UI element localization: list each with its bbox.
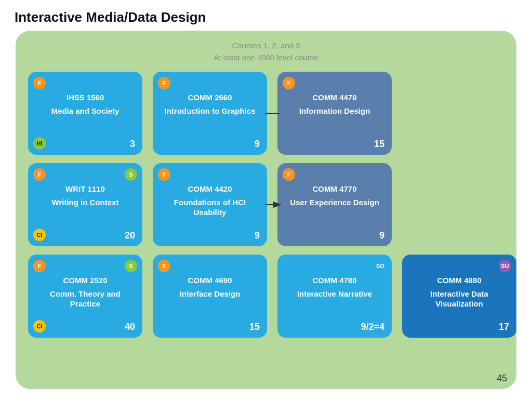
badge-ci-comm2520: CI	[33, 320, 46, 332]
course-box-comm4880: SUCOMM 4880Interactive Data Visualizatio…	[402, 255, 516, 338]
course-title-comm2520: Comm. Theory and Practice	[34, 289, 136, 309]
course-number-comm4420: COMM 4420	[159, 184, 261, 194]
course-title-comm4420: Foundations of HCI Usability	[159, 197, 261, 218]
badge-f-comm2520: F	[33, 260, 46, 272]
course-box-comm4780: SOCOMM 4780Interactive Narrative9/2=4	[277, 255, 392, 338]
badge-f-comm4770: F	[283, 168, 295, 181]
course-box-comm2520: FSCICOMM 2520Comm. Theory and Practice40	[28, 255, 142, 338]
course-title-comm4780: Interactive Narrative	[284, 289, 385, 299]
course-number-writ1110: WRIT 1110	[34, 184, 136, 194]
course-count-comm4780: 9/2=4	[361, 322, 384, 332]
course-count-ihss1560: 3	[130, 139, 135, 150]
course-number-comm4770: COMM 4770	[284, 184, 385, 194]
subtitle: Courses 1, 2, and 3 At least one 4000 le…	[28, 40, 504, 63]
course-title-comm4880: Interactive Data Visualization	[408, 289, 510, 309]
course-number-comm4780: COMM 4780	[284, 275, 385, 286]
course-box-comm4420: FCOMM 4420Foundations of HCI Usability9	[153, 163, 267, 246]
badge-f-comm4470: F	[283, 77, 295, 89]
course-title-writ1110: Writing in Context	[34, 197, 136, 208]
course-box-comm4690: FCOMM 4690Interface Design15	[153, 255, 267, 338]
course-title-comm4470: Information Design	[284, 106, 385, 116]
course-count-comm4690: 15	[249, 322, 260, 332]
badge-f-comm2660: F	[158, 77, 170, 89]
badge-f-ihss1560: F	[33, 77, 46, 89]
course-number-comm4880: COMM 4880	[408, 275, 510, 286]
course-title-comm2660: Introduction to Graphics	[159, 106, 261, 116]
badge-f-comm4420: F	[158, 168, 170, 181]
page-title: Interactive Media/Data Design	[0, 0, 532, 31]
badge-so-comm4780: SO	[374, 260, 387, 272]
badge-s-comm2520: S	[125, 260, 137, 272]
course-count-comm4420: 9	[255, 230, 260, 241]
course-number-ihss1560: IHSS 1560	[34, 92, 136, 103]
badge-ci-writ1110: CI	[33, 229, 46, 241]
course-count-comm2520: 40	[125, 322, 135, 332]
course-title-comm4770: User Experience Design	[284, 197, 385, 208]
course-box-writ1110: FSCIWRIT 1110Writing in Context20	[28, 163, 142, 246]
course-number-comm2660: COMM 2660	[159, 92, 261, 103]
course-box-comm4470: FCOMM 4470Information Design15	[277, 72, 392, 155]
course-count-comm2660: 9	[255, 139, 260, 150]
badge-su-comm4880: SU	[499, 260, 511, 272]
course-number-comm4470: COMM 4470	[284, 92, 385, 103]
page-number: 45	[497, 373, 507, 384]
course-count-comm4880: 17	[499, 322, 509, 332]
badge-f-writ1110: F	[33, 168, 46, 181]
course-title-comm4690: Interface Design	[159, 289, 261, 299]
course-title-ihss1560: Media and Society	[34, 106, 136, 116]
course-number-comm4690: COMM 4690	[159, 275, 261, 286]
course-box-ihss1560: FHIIHSS 1560Media and Society3	[28, 72, 142, 155]
badge-hi-ihss1560: HI	[33, 137, 46, 150]
badge-s-writ1110: S	[125, 168, 137, 181]
course-box-comm4770: FCOMM 4770User Experience Design9	[277, 163, 392, 246]
course-count-comm4470: 15	[374, 139, 384, 150]
course-number-comm2520: COMM 2520	[34, 275, 136, 286]
course-count-comm4770: 9	[379, 230, 384, 241]
course-box-comm2660: FCOMM 2660Introduction to Graphics9	[153, 72, 267, 155]
main-container: Courses 1, 2, and 3 At least one 4000 le…	[16, 31, 516, 389]
course-count-writ1110: 20	[125, 230, 135, 241]
badge-f-comm4690: F	[158, 260, 170, 272]
